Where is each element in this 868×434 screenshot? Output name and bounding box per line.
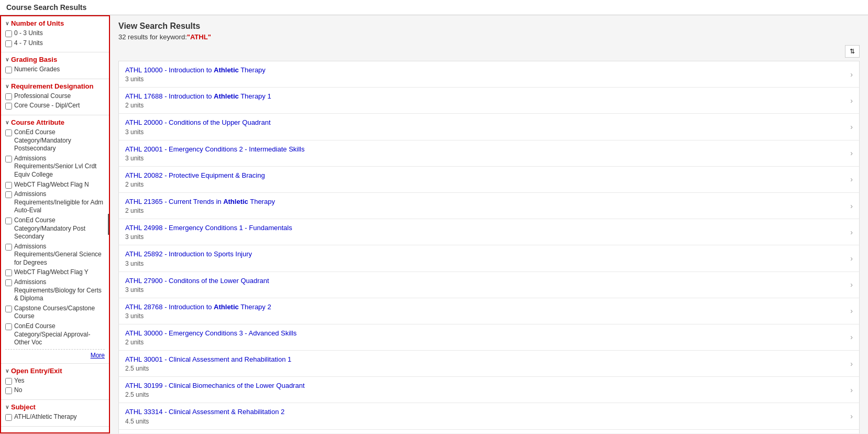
table-row[interactable]: ATHL 33314 - Clinical Assessment & Rehab… <box>119 403 859 429</box>
course-name: ATHL 28768 - Introduction to Athletic Th… <box>125 302 846 312</box>
course-name: ATHL 20082 - Protective Equipment & Brac… <box>125 171 846 180</box>
checkbox-capstone[interactable] <box>5 306 12 312</box>
table-row[interactable]: ATHL 21365 - Current Trends in Athletic … <box>119 193 859 219</box>
sidebar-item: Admissions Requirements/Senior Lvl Crdt … <box>5 155 105 179</box>
course-units: 3 units <box>125 286 846 294</box>
course-name: ATHL 17688 - Introduction to Athletic Th… <box>125 92 846 101</box>
checkbox-label-admissions-senior: Admissions Requirements/Senior Lvl Crdt … <box>14 155 105 179</box>
checkbox-label-yes: Yes <box>14 377 25 385</box>
course-info: ATHL 30000 - Emergency Conditions 3 - Ad… <box>125 329 846 346</box>
checkbox-admissions-biology[interactable] <box>5 279 12 286</box>
sidebar-section-header-requirement-designation[interactable]: ∨ Requirement Designation <box>5 82 105 90</box>
results-count: 32 results for keyword:"ATHL" <box>118 33 860 41</box>
sidebar-item: 4 - 7 Units <box>5 39 105 48</box>
chevron-right-icon: › <box>850 123 853 131</box>
sort-button[interactable]: ⇅ <box>845 45 860 58</box>
sidebar-section-header-course-attribute[interactable]: ∨ Course Attribute <box>5 118 105 126</box>
page-header: Course Search Results <box>0 0 868 15</box>
sidebar-item: ConEd Course Category/Special Approval-O… <box>5 322 105 347</box>
checkbox-no[interactable] <box>5 387 12 394</box>
chevron-down-icon: ∨ <box>5 83 9 89</box>
checkbox-professional[interactable] <box>5 93 12 100</box>
sidebar-item: Professional Course <box>5 92 105 101</box>
chevron-right-icon: › <box>850 360 853 368</box>
checkbox-admissions-general[interactable] <box>5 244 12 251</box>
checkbox-athl[interactable] <box>5 414 12 421</box>
table-row[interactable]: ATHL 17688 - Introduction to Athletic Th… <box>119 88 859 114</box>
sidebar-section-label: Subject <box>11 403 36 411</box>
sort-bar: ⇅ <box>118 45 860 58</box>
sidebar-section-course-attribute: ∨ Course Attribute ConEd Course Category… <box>1 115 109 364</box>
table-row[interactable]: ATHL 24998 - Emergency Conditions 1 - Fu… <box>119 219 859 245</box>
course-name: ATHL 30000 - Emergency Conditions 3 - Ad… <box>125 329 846 338</box>
more-link[interactable]: More <box>5 351 105 360</box>
course-units: 3 units <box>125 75 846 83</box>
chevron-right-icon: › <box>850 386 853 394</box>
course-name: ATHL 24998 - Emergency Conditions 1 - Fu… <box>125 223 846 233</box>
table-row[interactable]: ATHL 30199 - Clinical Biomechanics of th… <box>119 377 859 403</box>
course-info: ATHL 21365 - Current Trends in Athletic … <box>125 197 846 214</box>
sidebar-item: ConEd Course Category/Mandatory Post Sec… <box>5 216 105 241</box>
course-name: ATHL 10000 - Introduction to Athletic Th… <box>125 66 846 75</box>
chevron-down-icon: ∨ <box>5 368 9 374</box>
table-row[interactable]: ATHL 20001 - Emergency Conditions 2 - In… <box>119 140 859 167</box>
sidebar-item: WebCT Flag/Webct Flag Y <box>5 268 105 277</box>
table-row[interactable]: ATHL 20000 - Conditions of the Upper Qua… <box>119 114 859 140</box>
checkbox-webct-n[interactable] <box>5 182 12 189</box>
checkbox-yes[interactable] <box>5 378 12 385</box>
course-units: 2 units <box>125 339 846 346</box>
checkbox-0-3[interactable] <box>5 30 12 37</box>
checkbox-label-athl: ATHL/Athletic Therapy <box>14 413 77 421</box>
table-row[interactable]: ATHL 37370 - Therapeutic Exercise 13 uni… <box>119 430 859 433</box>
checkbox-webct-y[interactable] <box>5 269 12 276</box>
sidebar-section-requirement-designation: ∨ Requirement Designation Professional C… <box>1 79 109 115</box>
checkbox-label-no: No <box>14 386 22 395</box>
course-info: ATHL 27900 - Conditons of the Lower Quad… <box>125 276 846 294</box>
table-row[interactable]: ATHL 20082 - Protective Equipment & Brac… <box>119 167 859 193</box>
checkbox-label-webct-y: WebCT Flag/Webct Flag Y <box>14 268 89 277</box>
course-info: ATHL 20000 - Conditions of the Upper Qua… <box>125 118 846 135</box>
checkbox-4-7[interactable] <box>5 40 12 47</box>
chevron-right-icon: › <box>850 254 853 263</box>
sidebar-section-open-entry-exit: ∨ Open Entry/Exit Yes No <box>1 364 109 400</box>
table-row[interactable]: ATHL 10000 - Introduction to Athletic Th… <box>119 61 859 88</box>
results-header: View Search Results 32 results for keywo… <box>118 21 860 41</box>
main-content: View Search Results 32 results for keywo… <box>110 15 868 433</box>
table-row[interactable]: ATHL 27900 - Conditons of the Lower Quad… <box>119 272 859 298</box>
checkbox-label-admissions-general: Admissions Requirements/General Science … <box>14 243 105 267</box>
checkbox-admissions-ineligible[interactable] <box>5 191 12 198</box>
sidebar-section-header-grading-basis[interactable]: ∨ Grading Basis <box>5 56 105 63</box>
table-row[interactable]: ATHL 28768 - Introduction to Athletic Th… <box>119 298 859 324</box>
collapse-handle[interactable]: || <box>108 214 110 235</box>
sidebar-section-label: Requirement Designation <box>11 82 93 90</box>
checkbox-label-capstone: Capstone Courses/Capstone Course <box>14 305 105 321</box>
table-row[interactable]: ATHL 30000 - Emergency Conditions 3 - Ad… <box>119 324 859 351</box>
course-units: 2 units <box>125 181 846 188</box>
checkbox-core[interactable] <box>5 103 12 110</box>
course-info: ATHL 20082 - Protective Equipment & Brac… <box>125 171 846 188</box>
checkbox-coned-post[interactable] <box>5 218 12 224</box>
checkbox-label-webct-n: WebCT Flag/Webct Flag N <box>14 181 89 189</box>
sidebar-item: No <box>5 386 105 395</box>
checkbox-admissions-senior[interactable] <box>5 156 12 162</box>
chevron-right-icon: › <box>850 96 853 105</box>
sidebar-section-header-subject[interactable]: ∨ Subject <box>5 403 105 411</box>
course-info: ATHL 25892 - Introduction to Sports Inju… <box>125 249 846 267</box>
sidebar-section-header-number-of-units[interactable]: ∨ Number of Units <box>5 19 105 27</box>
results-keyword: "ATHL" <box>187 33 211 41</box>
course-units: 3 units <box>125 155 846 162</box>
course-name: ATHL 25892 - Introduction to Sports Inju… <box>125 249 846 259</box>
sidebar-section-label: Grading Basis <box>11 56 57 63</box>
checkbox-coned-mandatory[interactable] <box>5 129 12 136</box>
checkbox-label-admissions-biology: Admissions Requirements/Biology for Cert… <box>14 278 105 303</box>
table-row[interactable]: ATHL 30001 - Clinical Assessment and Reh… <box>119 351 859 377</box>
chevron-right-icon: › <box>850 202 853 210</box>
course-info: ATHL 24998 - Emergency Conditions 1 - Fu… <box>125 223 846 241</box>
sidebar-section-number-of-units: ∨ Number of Units 0 - 3 Units 4 - 7 Unit… <box>1 16 109 52</box>
checkbox-numeric[interactable] <box>5 67 12 73</box>
checkbox-label-4-7: 4 - 7 Units <box>14 39 43 48</box>
sidebar-section-header-open-entry-exit[interactable]: ∨ Open Entry/Exit <box>5 367 105 375</box>
chevron-right-icon: › <box>850 280 853 289</box>
table-row[interactable]: ATHL 25892 - Introduction to Sports Inju… <box>119 245 859 272</box>
checkbox-coned-special[interactable] <box>5 323 12 330</box>
